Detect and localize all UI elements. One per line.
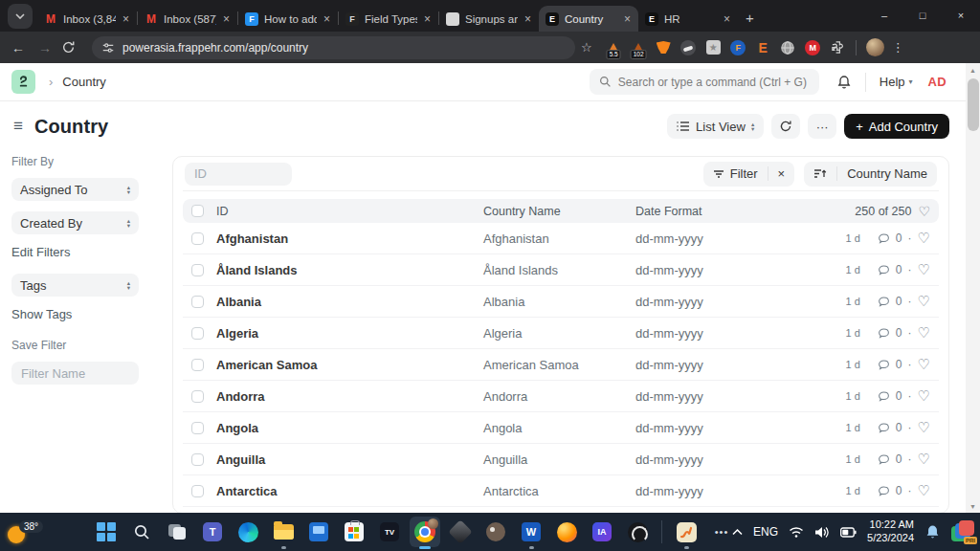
heart-icon[interactable]: ♡ [918, 324, 930, 342]
tab-country-active[interactable]: E Country × [539, 6, 638, 32]
metamask-extension[interactable] [656, 39, 672, 55]
map-app-button[interactable] [671, 517, 702, 547]
column-date-format[interactable]: Date Format [635, 205, 855, 218]
row-id[interactable]: American Samoa [216, 358, 483, 372]
tab-hr[interactable]: E HR × [638, 6, 738, 32]
browser-menu-icon[interactable]: ⋮ [892, 40, 904, 55]
wifi-icon[interactable] [789, 526, 804, 539]
list-row-american-samoa[interactable]: American Samoa American Samoa dd-mm-yyyy… [183, 349, 939, 381]
tab-close-icon[interactable]: × [723, 12, 731, 26]
clear-filter-button[interactable]: × [768, 162, 795, 187]
row-id[interactable]: Albania [216, 295, 483, 309]
row-id[interactable]: Andorra [216, 389, 483, 404]
sort-direction-button[interactable] [804, 162, 836, 187]
row-checkbox[interactable] [191, 485, 204, 497]
row-checkbox[interactable] [191, 359, 204, 371]
help-menu[interactable]: Help ▾ [880, 75, 913, 89]
mega-extension[interactable]: M [805, 39, 821, 55]
start-button[interactable] [91, 517, 122, 547]
filter-name-input[interactable] [11, 362, 139, 385]
back-button[interactable]: ← [8, 40, 29, 55]
heart-icon[interactable]: ♡ [918, 293, 930, 310]
add-country-button[interactable]: + Add Country [844, 114, 949, 139]
minimize-button[interactable]: – [865, 0, 903, 32]
sort-field-button[interactable]: Country Name [837, 162, 937, 187]
bookmark-star-icon[interactable]: ☆ [581, 40, 592, 55]
edit-filters-link[interactable]: Edit Filters [11, 245, 139, 259]
list-row-aland-islands[interactable]: Åland Islands Åland Islands dd-mm-yyyy 1… [183, 254, 939, 286]
close-window-button[interactable]: × [942, 0, 980, 32]
tags-dropdown[interactable]: Tags ▴ ▾ [11, 274, 139, 297]
heart-icon[interactable]: ♡ [918, 356, 930, 373]
volume-icon[interactable] [814, 526, 830, 539]
notification-bell-icon[interactable] [924, 524, 941, 540]
reload-button[interactable] [61, 40, 82, 55]
gimp-button[interactable] [480, 517, 511, 547]
row-checkbox[interactable] [191, 390, 204, 403]
remote-desktop-button[interactable] [303, 517, 334, 547]
row-checkbox[interactable] [191, 422, 204, 434]
tab-search-button[interactable] [8, 4, 33, 29]
comment-icon[interactable] [878, 422, 890, 434]
comment-icon[interactable] [878, 359, 890, 371]
battery-icon[interactable] [840, 527, 857, 538]
tab-signups[interactable]: Signups and C × [439, 6, 539, 32]
url-bar[interactable]: powerasia.frappehr.com/app/country [92, 36, 575, 59]
tray-widget-icon[interactable]: PRI [951, 520, 974, 543]
comment-icon[interactable] [878, 327, 890, 340]
row-id[interactable]: Åland Islands [216, 263, 483, 277]
language-indicator[interactable]: ENG [753, 525, 778, 539]
heart-icon[interactable]: ♡ [918, 451, 930, 468]
tab-close-icon[interactable]: × [122, 12, 130, 26]
extension-badge-2[interactable]: 102 [631, 39, 647, 55]
profile-avatar[interactable] [866, 38, 884, 56]
tab-close-icon[interactable]: × [222, 12, 231, 26]
ia-app-button[interactable]: IA [587, 517, 617, 547]
heart-icon[interactable]: ♡ [918, 482, 930, 499]
more-menu-button[interactable]: ··· [808, 114, 836, 139]
comment-icon[interactable] [878, 264, 890, 276]
page-scrollbar[interactable]: ▲ ▼ [966, 63, 980, 513]
list-row-angola[interactable]: Angola Angola dd-mm-yyyy 1 d0·♡ [183, 412, 939, 444]
tab-close-icon[interactable]: × [423, 12, 432, 26]
list-row-algeria[interactable]: Algeria Algeria dd-mm-yyyy 1 d0·♡ [183, 318, 939, 349]
frappe-hr-logo[interactable] [11, 70, 35, 94]
tab-close-icon[interactable]: × [623, 12, 632, 26]
row-id[interactable]: Afghanistan [216, 231, 483, 246]
list-view-selector[interactable]: List View ▴ ▾ [667, 114, 764, 139]
scrollbar-thumb[interactable] [968, 78, 979, 131]
list-row-andorra[interactable]: Andorra Andorra dd-mm-yyyy 1 d0·♡ [183, 381, 939, 412]
taskbar-search-button[interactable] [126, 517, 157, 547]
tab-close-icon[interactable]: × [523, 12, 532, 26]
maximize-button[interactable]: □ [903, 0, 942, 32]
file-explorer-button[interactable] [268, 517, 299, 547]
tab-inbox-1[interactable]: M Inbox (3,849) - × [37, 6, 137, 32]
created-by-dropdown[interactable]: Created By ▴ ▾ [11, 211, 139, 234]
column-id[interactable]: ID [216, 205, 483, 218]
obs-button[interactable] [622, 517, 653, 547]
microsoft-store-button[interactable] [339, 517, 369, 547]
row-checkbox[interactable] [191, 232, 204, 245]
breadcrumb[interactable]: Country [62, 75, 106, 89]
comment-icon[interactable] [878, 453, 890, 466]
comment-icon[interactable] [878, 485, 890, 497]
list-row-antarctica[interactable]: Antarctica Antarctica dd-mm-yyyy 1 d0·♡ [183, 475, 939, 507]
sidebar-toggle-icon[interactable]: ≡ [13, 117, 23, 136]
edge-button[interactable] [233, 517, 263, 547]
row-checkbox[interactable] [191, 327, 204, 340]
tab-field-types[interactable]: F Field Types × [339, 6, 438, 32]
star-extension[interactable]: ★ [705, 39, 722, 55]
heart-icon[interactable]: ♡ [918, 204, 930, 219]
column-country-name[interactable]: Country Name [483, 205, 635, 218]
comment-icon[interactable] [878, 232, 890, 245]
select-all-checkbox[interactable] [191, 205, 204, 217]
inkscape-button[interactable] [445, 517, 476, 547]
scroll-down-arrow[interactable]: ▼ [966, 499, 980, 513]
teams-button[interactable]: T [197, 517, 228, 547]
task-view-button[interactable] [162, 517, 192, 547]
tab-how-to-add[interactable]: F How to add co × [238, 6, 338, 32]
row-checkbox[interactable] [191, 453, 204, 466]
refresh-button[interactable] [771, 114, 800, 139]
heart-icon[interactable]: ♡ [918, 230, 930, 247]
frappe-cloud-extension[interactable]: F [730, 39, 746, 55]
